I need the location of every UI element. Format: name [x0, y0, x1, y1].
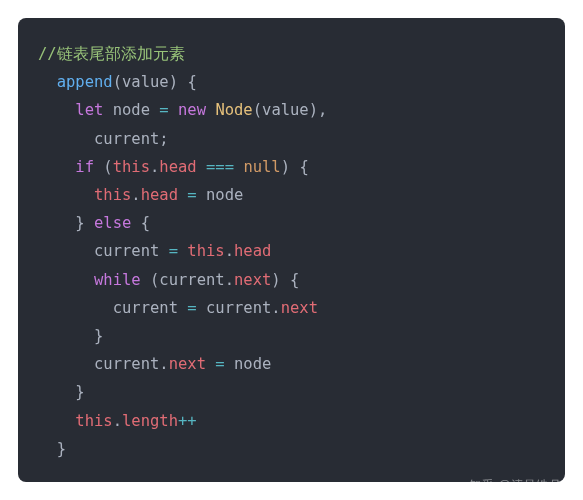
brace-close: } — [57, 440, 66, 458]
var-current: current — [206, 299, 271, 317]
var-current: current — [94, 130, 159, 148]
brace-close: } — [94, 327, 103, 345]
dot: . — [150, 158, 159, 176]
brace-close: } — [75, 383, 84, 401]
arg-value: value — [262, 101, 309, 119]
dot: . — [131, 186, 140, 204]
code-comment: //链表尾部添加元素 — [38, 45, 185, 63]
var-current: current — [94, 355, 159, 373]
prop-head: head — [234, 242, 271, 260]
paren-close: ) — [169, 73, 178, 91]
paren-open: ( — [150, 271, 159, 289]
var-node: node — [206, 186, 243, 204]
code-block: //链表尾部添加元素 append(value) { let node = ne… — [18, 18, 565, 482]
kw-let: let — [75, 101, 103, 119]
comma: , — [318, 101, 327, 119]
var-current: current — [113, 299, 178, 317]
brace-open: { — [141, 214, 150, 232]
lit-null: null — [243, 158, 280, 176]
dot: . — [225, 271, 234, 289]
dot: . — [271, 299, 280, 317]
var-node: node — [113, 101, 150, 119]
var-current: current — [94, 242, 159, 260]
op-assign: = — [159, 101, 168, 119]
kw-else: else — [94, 214, 131, 232]
semicolon: ; — [159, 130, 168, 148]
paren-open: ( — [113, 73, 122, 91]
op-eq3: === — [206, 158, 234, 176]
prop-head: head — [141, 186, 178, 204]
prop-next: next — [234, 271, 271, 289]
prop-next: next — [169, 355, 206, 373]
watermark: 知乎 @清风皓月 — [469, 477, 561, 494]
dot: . — [113, 412, 122, 430]
kw-this: this — [113, 158, 150, 176]
code-param: value — [122, 73, 169, 91]
kw-this: this — [75, 412, 112, 430]
dot: . — [159, 355, 168, 373]
op-assign: = — [215, 355, 224, 373]
op-assign: = — [169, 242, 178, 260]
paren-close: ) — [309, 101, 318, 119]
op-inc: ++ — [178, 412, 197, 430]
dot: . — [225, 242, 234, 260]
kw-while: while — [94, 271, 141, 289]
code-func-name: append — [57, 73, 113, 91]
class-node: Node — [215, 101, 252, 119]
paren-close: ) — [271, 271, 280, 289]
prop-length: length — [122, 412, 178, 430]
brace-close: } — [75, 214, 84, 232]
prop-next: next — [281, 299, 318, 317]
op-assign: = — [187, 299, 196, 317]
var-node: node — [234, 355, 271, 373]
kw-if: if — [75, 158, 94, 176]
paren-open: ( — [253, 101, 262, 119]
paren-close: ) — [281, 158, 290, 176]
paren-open: ( — [103, 158, 112, 176]
kw-this: this — [94, 186, 131, 204]
kw-this: this — [187, 242, 224, 260]
var-current: current — [159, 271, 224, 289]
brace-open: { — [187, 73, 196, 91]
kw-new: new — [178, 101, 206, 119]
prop-head: head — [159, 158, 196, 176]
brace-open: { — [299, 158, 308, 176]
code-content: //链表尾部添加元素 append(value) { let node = ne… — [38, 40, 545, 463]
brace-open: { — [290, 271, 299, 289]
op-assign: = — [187, 186, 196, 204]
